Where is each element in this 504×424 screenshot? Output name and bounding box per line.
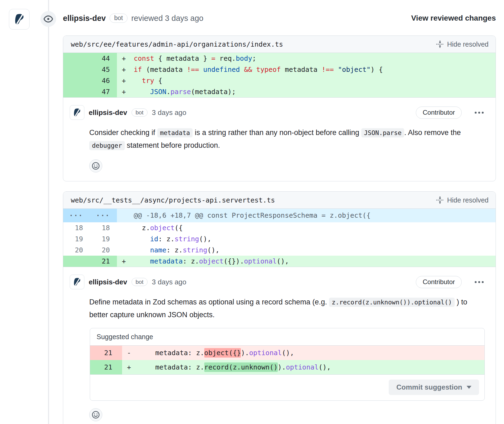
suggestion-diff: 21- metadata: z.object({}).optional(),21… xyxy=(90,346,484,374)
old-line-number[interactable]: 19 xyxy=(63,233,90,245)
diff-sign: + xyxy=(117,86,134,97)
old-line-number xyxy=(63,64,90,75)
inline-code: metadata xyxy=(157,128,193,137)
code-line: name: z.string(), xyxy=(134,245,496,256)
comment-author: ellipsis-dev xyxy=(89,108,127,117)
comment-header: ellipsis-dev bot 3 days ago Contributor xyxy=(70,275,485,289)
review-cards: web/src/ee/features/admin-api/organizati… xyxy=(63,36,496,424)
diff-code-row: 1818 z.object({ xyxy=(63,222,496,233)
new-line-number[interactable]: 21 xyxy=(90,256,117,267)
code-line: try { xyxy=(134,75,496,86)
ellipsis-logo-icon xyxy=(72,108,82,117)
old-line-number xyxy=(63,75,90,86)
old-line-number[interactable]: 20 xyxy=(63,245,90,256)
old-line-number xyxy=(63,256,90,267)
comment-menu-button[interactable] xyxy=(474,278,485,286)
file-header: web/src/__tests__/async/projects-api.ser… xyxy=(63,192,496,209)
diff-hunk-row: ······@@ -18,6 +18,7 @@ const ProjectRes… xyxy=(63,209,496,222)
diff-table: ······@@ -18,6 +18,7 @@ const ProjectRes… xyxy=(63,209,496,267)
suggestion-footer: Commit suggestion xyxy=(90,374,484,400)
diff-code-row: 46+ try { xyxy=(63,75,496,86)
fold-icon xyxy=(436,40,444,48)
comment-header: ellipsis-dev bot 3 days ago Contributor xyxy=(70,105,485,120)
view-reviewed-changes-link[interactable]: View reviewed changes xyxy=(411,14,496,23)
review-author: ellipsis-dev xyxy=(63,14,106,23)
new-line-number[interactable]: 20 xyxy=(90,245,117,256)
comment-text: Define metadata in Zod schemas as option… xyxy=(89,296,485,321)
new-line-number[interactable]: 45 xyxy=(90,64,117,75)
code-line: JSON.parse(metadata); xyxy=(134,86,496,97)
new-line-number[interactable]: 46 xyxy=(90,75,117,86)
diff-sign xyxy=(117,222,134,233)
diff-code-row: 21+ metadata: z.record(z.unknown()).opti… xyxy=(90,360,484,374)
bot-badge: bot xyxy=(110,14,127,23)
comment-timestamp[interactable]: 3 days ago xyxy=(152,108,186,117)
timeline-line xyxy=(48,0,49,424)
new-line-number[interactable]: 19 xyxy=(90,233,117,245)
diff-code-row: 45+if (metadata !== undefined && typeof … xyxy=(63,64,496,75)
diff-code-row: 47+ JSON.parse(metadata); xyxy=(63,86,496,97)
diff-sign xyxy=(117,209,134,222)
commit-suggestion-label: Commit suggestion xyxy=(396,383,462,391)
hide-resolved-button[interactable]: Hide resolved xyxy=(436,196,489,204)
ellipsis-logo-icon xyxy=(72,277,82,287)
commit-suggestion-button[interactable]: Commit suggestion xyxy=(389,380,479,395)
diff-code-row: 44+const { metadata } = req.body; xyxy=(63,53,496,64)
new-line-number[interactable]: 18 xyxy=(90,222,117,233)
old-line-number xyxy=(63,86,90,97)
diff-table: 44+const { metadata } = req.body;45+if (… xyxy=(63,53,496,98)
fold-icon xyxy=(436,196,444,204)
diff-sign xyxy=(117,245,134,256)
diff-sign xyxy=(117,233,134,245)
suggested-change-block: Suggested change 21- metadata: z.object(… xyxy=(90,328,485,401)
comment-menu-button[interactable] xyxy=(474,109,485,116)
contributor-badge: Contributor xyxy=(416,276,462,288)
comment-avatar xyxy=(70,275,84,289)
smiley-icon xyxy=(91,162,100,170)
review-header: ellipsis-dev bot reviewed 3 days ago Vie… xyxy=(63,14,496,23)
hide-resolved-button[interactable]: Hide resolved xyxy=(436,40,489,48)
add-reaction-button[interactable] xyxy=(89,159,102,172)
code-line: metadata: z.object({}).optional(), xyxy=(134,256,496,267)
contributor-badge: Contributor xyxy=(416,107,462,119)
add-reaction-button[interactable] xyxy=(89,408,102,421)
code-line: metadata: z.object({}).optional(), xyxy=(139,346,484,360)
code-line: const { metadata } = req.body; xyxy=(134,53,496,64)
new-line-number[interactable]: 47 xyxy=(90,86,117,97)
code-line: id: z.string(), xyxy=(134,233,496,245)
file-review-card-2: web/src/__tests__/async/projects-api.ser… xyxy=(63,191,496,424)
caret-down-icon xyxy=(467,386,471,389)
hide-resolved-label: Hide resolved xyxy=(447,196,489,204)
line-number: 21 xyxy=(90,360,122,374)
smiley-icon xyxy=(91,410,100,419)
file-header: web/src/ee/features/admin-api/organizati… xyxy=(63,36,496,53)
code-line: z.object({ xyxy=(134,222,496,233)
old-line-number[interactable]: 18 xyxy=(63,222,90,233)
bot-badge: bot xyxy=(132,278,148,286)
diff-code-row: 21+ metadata: z.object({}).optional(), xyxy=(63,256,496,267)
review-comment: ellipsis-dev bot 3 days ago Contributor … xyxy=(63,98,496,181)
new-line-number: ··· xyxy=(90,209,117,222)
old-line-number xyxy=(63,53,90,64)
old-line-number: ··· xyxy=(63,209,90,222)
comment-timestamp[interactable]: 3 days ago xyxy=(152,278,186,286)
review-eye-badge xyxy=(40,11,56,27)
inline-code: z.record(z.unknown()).optional() xyxy=(329,298,455,307)
file-path-link[interactable]: web/src/__tests__/async/projects-api.ser… xyxy=(71,196,275,204)
diff-code-row: 2020 name: z.string(), xyxy=(63,245,496,256)
inline-code: debugger xyxy=(89,141,125,150)
suggested-change-title: Suggested change xyxy=(90,328,484,346)
code-line: metadata: z.record(z.unknown()).optional… xyxy=(139,360,484,374)
diff-code-row: 21- metadata: z.object({}).optional(), xyxy=(90,346,484,360)
file-path-link[interactable]: web/src/ee/features/admin-api/organizati… xyxy=(71,40,283,48)
code-line: if (metadata !== undefined && typeof met… xyxy=(134,64,496,75)
comment-author: ellipsis-dev xyxy=(89,278,127,286)
diff-sign: + xyxy=(117,256,134,267)
hide-resolved-label: Hide resolved xyxy=(447,40,489,48)
review-meta: reviewed 3 days ago xyxy=(131,14,203,23)
diff-sign: + xyxy=(117,53,134,64)
bot-badge: bot xyxy=(132,108,148,117)
new-line-number[interactable]: 44 xyxy=(90,53,117,64)
diff-sign: + xyxy=(117,75,134,86)
comment-text: Consider checking if metadata is a strin… xyxy=(89,126,485,152)
